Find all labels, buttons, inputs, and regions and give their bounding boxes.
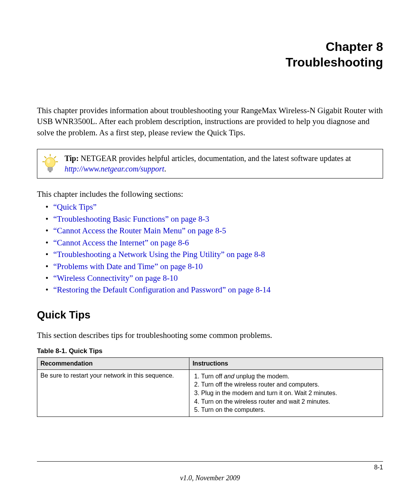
quick-tips-table: Recommendation Instructions Be sure to r… [37, 357, 383, 417]
toc-link-basic-functions[interactable]: “Troubleshooting Basic Functions” on pag… [53, 214, 209, 224]
instruction-step: Plug in the modem and turn it on. Wait 2… [201, 389, 380, 397]
instruction-step: Turn off and unplug the modem. [201, 372, 380, 381]
toc-item: “Cannot Access the Internet” on page 8-6 [37, 237, 383, 248]
toc-item: “Troubleshooting a Network Using the Pin… [37, 248, 383, 260]
svg-point-5 [45, 158, 55, 168]
toc-link-ping-utility[interactable]: “Troubleshooting a Network Using the Pin… [53, 250, 265, 259]
step1-pre: Turn off [201, 373, 224, 380]
chapter-heading: Chapter 8 Troubleshooting [37, 39, 383, 70]
toc-list: “Quick Tips” “Troubleshooting Basic Func… [37, 201, 383, 296]
toc-item: “Restoring the Default Configuration and… [37, 284, 383, 296]
page-footer: 8-1 v1.0, November 2009 [37, 461, 383, 482]
tip-text: Tip: NETGEAR provides helpful articles, … [65, 153, 377, 174]
instructions-cell: Turn off and unplug the modem. Turn off … [189, 369, 383, 416]
instruction-step: Turn off the wireless router and compute… [201, 380, 380, 389]
toc-link-router-main-menu[interactable]: “Cannot Access the Router Main Menu” on … [53, 226, 226, 235]
toc-link-quick-tips[interactable]: “Quick Tips” [53, 202, 96, 212]
section-heading-quick-tips: Quick Tips [37, 309, 383, 321]
table-caption: Table 8-1. Quick Tips [37, 347, 383, 355]
section-intro: This section describes tips for troubles… [37, 331, 383, 340]
instruction-step: Turn on the wireless router and wait 2 m… [201, 397, 380, 406]
table-header-instructions: Instructions [189, 357, 383, 369]
svg-point-6 [47, 159, 50, 163]
svg-rect-10 [49, 171, 51, 172]
toc-link-date-time[interactable]: “Problems with Date and Time” on page 8-… [53, 262, 203, 271]
step1-em: and [224, 373, 234, 380]
document-page: Chapter 8 Troubleshooting This chapter p… [0, 0, 420, 504]
svg-line-1 [44, 156, 46, 158]
toc-link-wireless[interactable]: “Wireless Connectivity” on page 8-10 [53, 273, 178, 283]
table-row: Be sure to restart your network in this … [37, 369, 383, 416]
svg-line-2 [54, 156, 56, 158]
page-number: 8-1 [37, 464, 383, 471]
chapter-number: Chapter 8 [37, 39, 383, 54]
lightbulb-icon [41, 153, 59, 173]
toc-item: “Wireless Connectivity” on page 8-10 [37, 272, 383, 284]
toc-item: “Problems with Date and Time” on page 8-… [37, 261, 383, 272]
chapter-title: Troubleshooting [37, 54, 383, 70]
table-header-recommendation: Recommendation [37, 357, 189, 369]
toc-link-internet[interactable]: “Cannot Access the Internet” on page 8-6 [53, 238, 189, 247]
tip-callout: Tip: NETGEAR provides helpful articles, … [37, 149, 383, 178]
instructions-list: Turn off and unplug the modem. Turn off … [192, 372, 380, 414]
instruction-step: Turn on the computers. [201, 406, 380, 414]
toc-item: “Quick Tips” [37, 201, 383, 213]
toc-intro: This chapter includes the following sect… [37, 189, 383, 200]
chapter-intro: This chapter provides information about … [37, 105, 383, 138]
toc-item: “Cannot Access the Router Main Menu” on … [37, 225, 383, 236]
step1-post: unplug the modem. [234, 373, 289, 380]
version-line: v1.0, November 2009 [37, 474, 383, 482]
table-header-row: Recommendation Instructions [37, 357, 383, 369]
tip-support-link[interactable]: http://www.netgear.com/support [65, 164, 164, 173]
tip-label: Tip: [65, 154, 79, 163]
recommendation-cell: Be sure to restart your network in this … [37, 369, 189, 416]
toc-item: “Troubleshooting Basic Functions” on pag… [37, 213, 383, 225]
tip-body-after: . [164, 164, 166, 173]
tip-body-before: NETGEAR provides helpful articles, docum… [79, 154, 351, 163]
svg-rect-7 [48, 167, 52, 171]
toc-link-restore-config[interactable]: “Restoring the Default Configuration and… [53, 285, 271, 294]
